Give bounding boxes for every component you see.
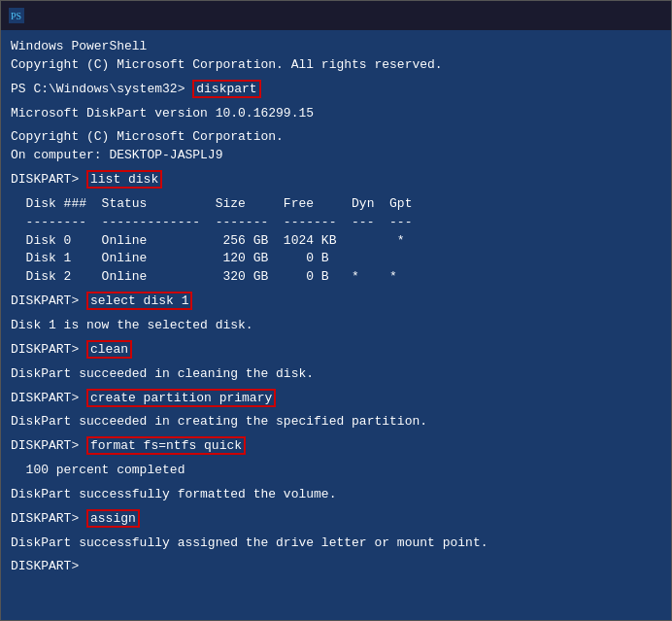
- output-line: DiskPart succeeded in creating the speci…: [11, 413, 661, 431]
- command-text: select disk 1: [86, 292, 192, 310]
- prompt-line: DISKPART> assign: [11, 510, 661, 529]
- output-line: 100 percent completed: [11, 462, 661, 480]
- prompt-line: DISKPART> select disk 1: [11, 293, 661, 311]
- command-text: list disk: [86, 170, 162, 189]
- output-line: Disk 0 Online 256 GB 1024 KB *: [11, 232, 661, 251]
- command-text: create partition primary: [86, 389, 276, 407]
- prompt-line: DISKPART> format fs=ntfs quick: [11, 437, 661, 456]
- output-line: Disk 2 Online 320 GB 0 B * *: [11, 268, 661, 287]
- output-line: Disk 1 is now the selected disk.: [11, 317, 661, 335]
- prompt-line: DISKPART> create partition primary: [11, 390, 661, 408]
- command-text: diskpart: [192, 80, 260, 98]
- output-line: Disk ### Status Size Free Dyn Gpt: [11, 195, 661, 214]
- command-text: clean: [86, 340, 132, 359]
- close-button[interactable]: [619, 1, 663, 30]
- prompt-text: DISKPART>: [11, 342, 86, 357]
- prompt-text: DISKPART>: [11, 391, 86, 405]
- output-line: -------- ------------- ------- ------- -…: [11, 214, 661, 232]
- prompt-text: DISKPART>: [11, 172, 86, 187]
- output-line: DiskPart successfully formatted the volu…: [11, 486, 661, 504]
- prompt-text: PS C:\Windows\system32>: [11, 82, 192, 96]
- window-controls: [529, 1, 663, 30]
- powershell-window: PS Windows PowerShellCopyright (C) Micro…: [0, 0, 672, 621]
- output-line: Microsoft DiskPart version 10.0.16299.15: [11, 105, 661, 123]
- prompt-line: DISKPART> clean: [11, 341, 661, 360]
- command-text: assign: [86, 509, 140, 528]
- prompt-line: PS C:\Windows\system32> diskpart: [11, 81, 661, 99]
- output-line: Copyright (C) Microsoft Corporation. All…: [11, 56, 661, 75]
- title-bar: PS: [1, 1, 671, 30]
- output-line: DiskPart successfully assigned the drive…: [11, 535, 661, 553]
- output-line: Disk 1 Online 120 GB 0 B: [11, 250, 661, 268]
- output-line: Windows PowerShell: [11, 38, 661, 56]
- output-line: Copyright (C) Microsoft Corporation.: [11, 128, 661, 147]
- prompt-text: DISKPART>: [11, 511, 86, 526]
- command-text: format fs=ntfs quick: [86, 436, 246, 455]
- output-line: DiskPart succeeded in cleaning the disk.: [11, 365, 661, 384]
- maximize-button[interactable]: [574, 1, 619, 30]
- prompt-line: DISKPART> list disk: [11, 171, 661, 190]
- prompt-line: DISKPART>: [11, 558, 661, 576]
- prompt-text: DISKPART>: [11, 438, 86, 453]
- console-output[interactable]: Windows PowerShellCopyright (C) Microsof…: [1, 30, 671, 620]
- prompt-text: DISKPART>: [11, 293, 86, 308]
- output-line: On computer: DESKTOP-JASPLJ9: [11, 147, 661, 165]
- svg-text:PS: PS: [11, 11, 21, 21]
- minimize-button[interactable]: [529, 1, 574, 30]
- app-icon: PS: [9, 8, 24, 23]
